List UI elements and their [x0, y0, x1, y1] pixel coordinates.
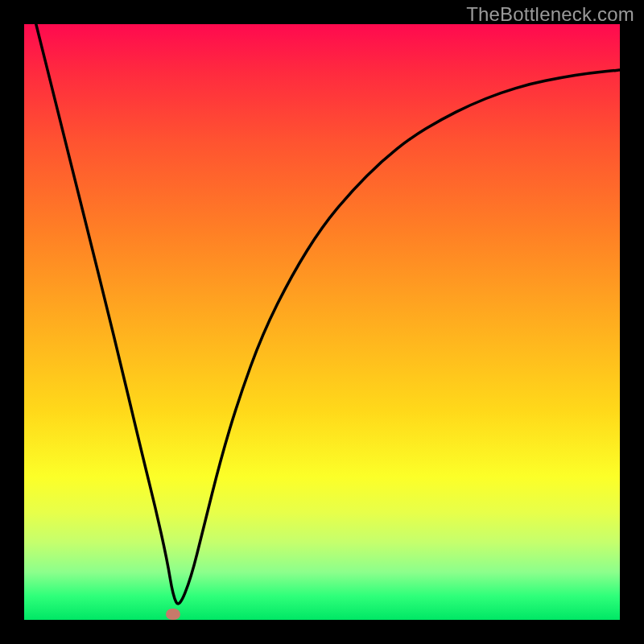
- curve-layer: [24, 24, 620, 620]
- bottleneck-curve: [36, 24, 620, 604]
- plot-area: [24, 24, 620, 620]
- chart-frame: TheBottleneck.com: [0, 0, 644, 644]
- minimum-marker: [166, 609, 180, 620]
- watermark-text: TheBottleneck.com: [466, 3, 634, 26]
